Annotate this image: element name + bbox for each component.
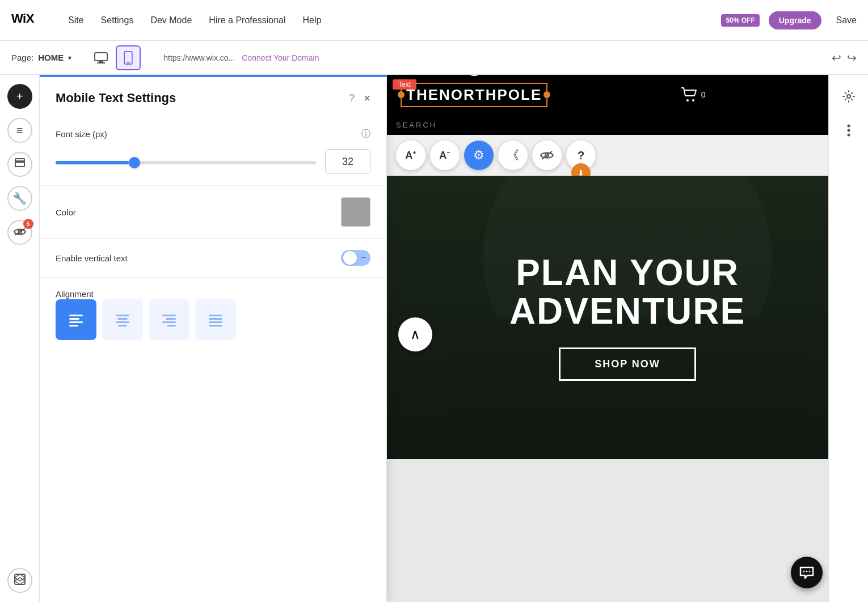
main-layout: + ≡ 🔧 5	[0, 75, 868, 602]
panel-help-button[interactable]: ?	[349, 92, 355, 104]
increase-font-button[interactable]: A+	[396, 141, 425, 170]
align-center-button[interactable]	[102, 299, 143, 340]
add-elements-button[interactable]: +	[7, 84, 32, 109]
menu-icon: ≡	[16, 124, 23, 137]
svg-rect-3	[97, 62, 105, 63]
stack-icon	[14, 573, 26, 588]
nav-settings[interactable]: Settings	[101, 11, 134, 30]
toggle-row: Enable vertical text −	[56, 250, 370, 266]
question-icon: ?	[578, 149, 584, 162]
hero-section: ∧ PLAN YOUR ADVENTURE SHOP NOW	[387, 176, 868, 459]
scroll-up-button[interactable]: ∧	[398, 317, 432, 351]
text-toolbar: A+ A− ⚙ 《	[387, 135, 868, 176]
decrease-font-button[interactable]: A−	[430, 141, 460, 170]
color-section: Color	[40, 186, 386, 239]
hero-line2: ADVENTURE	[509, 292, 745, 330]
font-size-slider[interactable]	[56, 159, 316, 164]
slider-track	[56, 161, 316, 164]
shop-now-button[interactable]: SHOP NOW	[559, 347, 696, 381]
alignment-buttons	[56, 299, 370, 340]
top-navigation: WiX Site Settings Dev Mode Hire a Profes…	[0, 0, 868, 41]
layers-icon	[14, 158, 26, 172]
mobile-view-button[interactable]	[116, 45, 141, 70]
back-arrows-button[interactable]: 《	[498, 141, 528, 170]
url-text: https://www.wix.co...	[163, 53, 235, 62]
alignment-section: Alignment	[40, 278, 386, 351]
svg-rect-27	[209, 321, 222, 323]
left-handle	[398, 91, 404, 98]
svg-rect-16	[69, 325, 78, 327]
slider-thumb[interactable]	[129, 157, 140, 168]
help-tool-button[interactable]: ? ⬇	[566, 141, 596, 170]
settings-tool-button[interactable]: ⚙	[464, 141, 494, 170]
svg-rect-1	[95, 53, 107, 61]
wrench-button[interactable]: 🔧	[7, 186, 32, 211]
chat-bubble[interactable]	[791, 557, 823, 588]
nav-devmode[interactable]: Dev Mode	[150, 11, 192, 30]
svg-rect-22	[166, 318, 176, 320]
back-button[interactable]: ↩	[832, 51, 841, 65]
svg-rect-14	[69, 318, 79, 320]
gear-tool-icon: ⚙	[473, 148, 484, 163]
desktop-view-button[interactable]	[89, 45, 113, 70]
site-preview: Text THENORTHPOLE ⬇	[387, 75, 868, 602]
nav-right: 50% OFF Upgrade Save	[721, 11, 857, 29]
info-icon[interactable]: ⓘ	[361, 128, 370, 140]
cart-count: 0	[701, 90, 706, 99]
svg-rect-21	[162, 315, 176, 316]
align-left-button[interactable]	[56, 299, 96, 340]
save-button[interactable]: Save	[836, 15, 857, 26]
layers-button[interactable]	[7, 152, 32, 177]
forward-button[interactable]: ↪	[847, 51, 857, 65]
more-options-button[interactable]	[836, 118, 861, 143]
url-bar: https://www.wix.co... Connect Your Domai…	[163, 53, 319, 62]
upgrade-button[interactable]: Upgrade	[769, 11, 821, 29]
cart-area[interactable]: 0	[681, 87, 706, 102]
hide-tool-button[interactable]	[532, 141, 562, 170]
search-bar: SEARCH	[396, 119, 859, 130]
a-plus-icon: A+	[405, 149, 416, 162]
plus-icon: +	[16, 90, 23, 103]
brand-text: THENORTHPOLE	[406, 86, 542, 104]
settings-panel-button[interactable]	[836, 84, 861, 109]
color-label: Color	[56, 207, 76, 217]
panel-close-button[interactable]: ×	[364, 92, 370, 105]
color-swatch[interactable]	[341, 197, 370, 227]
download-button[interactable]: ⬇	[465, 75, 484, 76]
svg-rect-25	[209, 315, 222, 316]
stack-button[interactable]	[7, 568, 32, 593]
vertical-text-toggle[interactable]: −	[341, 250, 370, 266]
nav-help[interactable]: Help	[302, 11, 321, 30]
align-right-button[interactable]	[149, 299, 189, 340]
connect-domain-link[interactable]: Connect Your Domain	[242, 53, 319, 62]
site-header-wrapper: Text THENORTHPOLE ⬇	[387, 75, 868, 115]
eye-icon	[14, 226, 26, 239]
page-label: Page:	[11, 53, 33, 62]
svg-point-44	[847, 134, 850, 137]
nav-arrows: ↩ ↪	[832, 51, 857, 65]
toggle-minus-icon: −	[361, 253, 366, 263]
color-row: Color	[56, 197, 370, 227]
svg-point-40	[809, 571, 811, 573]
chevron-up-icon: ∧	[410, 327, 420, 342]
page-selector[interactable]: Page: HOME ▾	[11, 53, 71, 62]
svg-point-38	[803, 571, 805, 573]
canvas-area: Mobile Text Settings ? × Font size (px) …	[40, 75, 868, 602]
svg-point-41	[847, 95, 850, 98]
back-arrows-icon: 《	[507, 147, 519, 164]
svg-point-43	[847, 129, 850, 132]
svg-point-29	[686, 99, 689, 101]
left-sidebar: + ≡ 🔧 5	[0, 75, 40, 602]
nav-site[interactable]: Site	[68, 11, 84, 30]
panel-actions: ? ×	[349, 92, 370, 105]
brand-outline: THENORTHPOLE	[401, 83, 547, 107]
panel-title: Mobile Text Settings	[56, 91, 176, 105]
nav-hire[interactable]: Hire a Professional	[209, 11, 285, 30]
visibility-button[interactable]: 5	[7, 220, 32, 245]
brand-wrapper[interactable]: THENORTHPOLE ⬇	[401, 83, 547, 107]
font-size-input[interactable]: 32	[325, 149, 370, 174]
right-handle	[543, 91, 550, 98]
blog-icon-button[interactable]: ≡	[7, 118, 32, 143]
nav-items: Site Settings Dev Mode Hire a Profession…	[68, 11, 321, 30]
align-justify-button[interactable]	[195, 299, 236, 340]
